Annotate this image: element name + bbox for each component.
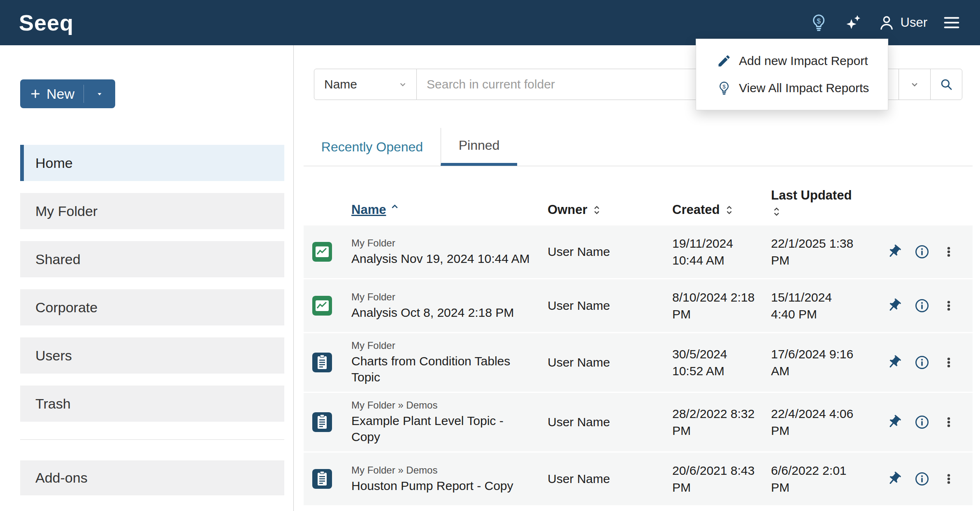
updated-cell: 22/4/2024 4:06 PM xyxy=(762,405,877,439)
user-menu-button[interactable]: User xyxy=(876,12,929,33)
search-submit-button[interactable] xyxy=(930,69,962,100)
sidebar-item-shared[interactable]: Shared xyxy=(20,241,284,277)
svg-text:$: $ xyxy=(722,84,726,90)
updated-value: 17/6/2024 9:16 AM xyxy=(771,346,858,380)
folder-sidebar: New Home My Folder Shared Corporate User… xyxy=(0,45,294,511)
sidebar-item-users[interactable]: Users xyxy=(20,337,284,374)
row-name-cell: My Folder Charts from Condition Tables T… xyxy=(343,340,539,385)
sidebar-item-corporate[interactable]: Corporate xyxy=(20,289,284,325)
updated-value: 22/4/2024 4:06 PM xyxy=(771,405,858,439)
info-button[interactable] xyxy=(914,244,930,260)
kebab-menu-icon xyxy=(942,416,955,429)
row-name-cell: My Folder Analysis Oct 8, 2024 2:18 PM xyxy=(343,291,539,321)
document-link[interactable]: Example Plant Level Topic - Copy xyxy=(351,413,534,445)
folder-path-link[interactable]: My Folder xyxy=(351,291,539,303)
search-field-select[interactable]: Name xyxy=(314,69,417,100)
created-cell: 28/2/2022 8:32 PM xyxy=(663,405,762,439)
created-value: 28/2/2022 8:32 PM xyxy=(672,405,758,439)
column-label-owner: Owner xyxy=(548,202,587,217)
sort-header-last-updated[interactable]: Last Updated xyxy=(762,188,877,217)
topic-icon xyxy=(312,353,332,372)
pin-icon xyxy=(886,414,902,430)
sort-ascending-icon xyxy=(389,201,400,212)
document-link[interactable]: Charts from Condition Tables Topic xyxy=(351,353,534,385)
row-name-cell: My Folder Analysis Nov 19, 2024 10:44 AM xyxy=(343,237,539,267)
column-label-created: Created xyxy=(672,202,720,217)
impact-reports-button[interactable]: $ xyxy=(808,12,830,34)
updated-value: 15/11/2024 4:40 PM xyxy=(771,289,858,323)
new-button[interactable]: New xyxy=(20,79,115,108)
created-value: 8/10/2024 2:18 PM xyxy=(672,289,758,323)
document-link[interactable]: Analysis Oct 8, 2024 2:18 PM xyxy=(351,304,534,321)
owner-cell: User Name xyxy=(539,472,663,486)
table-row-analysis-nov-19-2024-10-44-am[interactable]: My Folder Analysis Nov 19, 2024 10:44 AM… xyxy=(304,225,973,279)
tab-recently-opened[interactable]: Recently Opened xyxy=(304,128,441,166)
row-actions xyxy=(877,298,973,314)
table-row-charts-from-condition-tables-topic[interactable]: My Folder Charts from Condition Tables T… xyxy=(304,333,973,393)
new-button-caret[interactable] xyxy=(84,89,115,98)
folder-path-link[interactable]: My Folder » Demos xyxy=(351,400,539,411)
info-button[interactable] xyxy=(914,355,930,370)
ai-assistant-button[interactable] xyxy=(841,11,864,34)
sidebar-item-my-folder[interactable]: My Folder xyxy=(20,193,284,229)
row-icon-cell xyxy=(304,412,343,432)
menu-item-view-impact-reports[interactable]: $ View All Impact Reports xyxy=(696,74,888,102)
updated-cell: 15/11/2024 4:40 PM xyxy=(762,289,877,323)
sort-header-owner[interactable]: Owner xyxy=(539,202,663,217)
folder-path-link[interactable]: My Folder xyxy=(351,340,539,351)
pencil-icon xyxy=(717,53,732,68)
row-actions xyxy=(877,244,973,260)
tab-pinned[interactable]: Pinned xyxy=(441,128,517,166)
more-options-button[interactable] xyxy=(942,416,955,429)
menu-item-add-impact-report[interactable]: Add new Impact Report xyxy=(696,47,888,74)
folder-path-link[interactable]: My Folder xyxy=(351,237,539,249)
document-link[interactable]: Houston Pump Report - Copy xyxy=(351,478,534,494)
more-options-button[interactable] xyxy=(942,299,955,312)
more-options-button[interactable] xyxy=(942,472,955,485)
kebab-menu-icon xyxy=(942,245,955,258)
seeq-logo[interactable]: Seeq xyxy=(19,10,74,35)
column-label-last-updated: Last Updated xyxy=(771,188,877,203)
sidebar-item-home[interactable]: Home xyxy=(20,145,284,181)
table-row-analysis-oct-8-2024-2-18-pm[interactable]: My Folder Analysis Oct 8, 2024 2:18 PM U… xyxy=(304,279,973,333)
more-options-button[interactable] xyxy=(942,245,955,258)
info-button[interactable] xyxy=(914,414,930,430)
menu-item-label: View All Impact Reports xyxy=(739,81,869,95)
unpin-button[interactable] xyxy=(886,298,902,314)
topic-icon xyxy=(312,412,332,432)
info-icon xyxy=(914,244,930,260)
hamburger-menu-button[interactable] xyxy=(941,12,963,34)
info-button[interactable] xyxy=(914,471,930,487)
sidebar-item-add-ons[interactable]: Add-ons xyxy=(20,460,284,495)
unpin-button[interactable] xyxy=(886,471,902,487)
search-field-value: Name xyxy=(324,77,357,91)
chevron-down-icon xyxy=(397,79,408,90)
search-options-button[interactable] xyxy=(899,69,931,100)
updated-value: 6/6/2022 2:01 PM xyxy=(771,462,858,496)
lightbulb-icon: $ xyxy=(717,81,732,95)
document-link[interactable]: Analysis Nov 19, 2024 10:44 AM xyxy=(351,251,534,267)
created-cell: 30/5/2024 10:52 AM xyxy=(663,346,762,380)
sidebar-item-trash[interactable]: Trash xyxy=(20,386,284,422)
folder-path-link[interactable]: My Folder » Demos xyxy=(351,465,539,476)
table-row-example-plant-level-topic-copy[interactable]: My Folder » Demos Example Plant Level To… xyxy=(304,393,973,453)
svg-text:$: $ xyxy=(817,17,821,25)
unpin-button[interactable] xyxy=(886,414,902,430)
workbench-tabs: Recently Opened Pinned xyxy=(304,128,973,166)
info-button[interactable] xyxy=(914,298,930,314)
table-row-houston-pump-report-copy[interactable]: My Folder » Demos Houston Pump Report - … xyxy=(304,453,973,506)
more-options-button[interactable] xyxy=(942,356,955,369)
table-header: Name Owner Created xyxy=(304,178,973,225)
sort-header-created[interactable]: Created xyxy=(663,202,762,217)
sort-header-name[interactable]: Name xyxy=(343,202,539,217)
info-icon xyxy=(914,298,930,314)
row-icon-cell xyxy=(304,353,343,372)
table-body: My Folder Analysis Nov 19, 2024 10:44 AM… xyxy=(304,225,973,506)
updated-cell: 22/1/2025 1:38 PM xyxy=(762,235,877,269)
unpin-button[interactable] xyxy=(886,244,902,260)
impact-reports-menu: Add new Impact Report $ View All Impact … xyxy=(696,39,888,110)
created-value: 20/6/2021 8:43 PM xyxy=(672,462,758,496)
user-icon xyxy=(878,14,896,32)
documents-table: Name Owner Created xyxy=(304,178,973,506)
unpin-button[interactable] xyxy=(886,355,902,370)
